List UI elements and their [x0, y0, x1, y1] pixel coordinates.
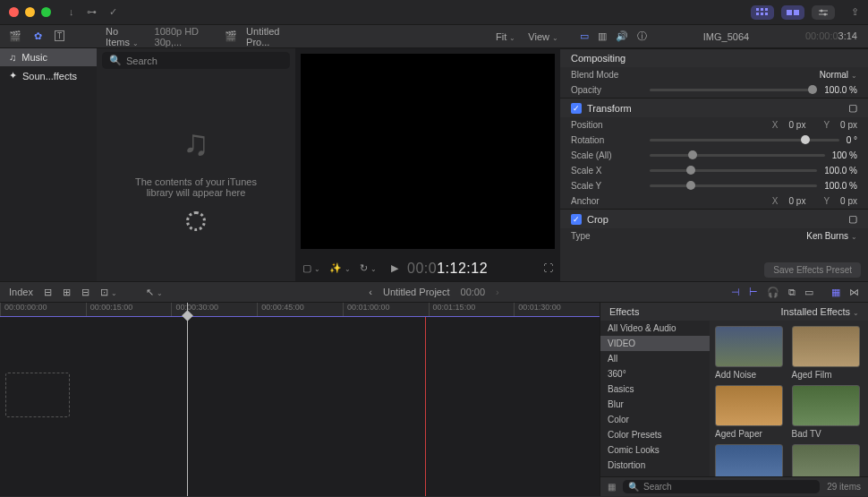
fx-cat-all[interactable]: All [600, 351, 710, 366]
skimming-icon[interactable]: ⊣ [731, 287, 740, 298]
solo-icon[interactable]: 🎧 [767, 287, 779, 298]
fullscreen-icon[interactable]: ⛶ [543, 262, 553, 273]
transform-reset-icon[interactable]: ▢ [848, 102, 857, 114]
library-media-icon[interactable]: 🎬 [9, 30, 21, 42]
insert-clip-icon[interactable]: ⊞ [63, 287, 71, 298]
scale-all-value[interactable]: 100 % [832, 150, 857, 160]
effects-browser-icon[interactable]: ▦ [831, 287, 840, 298]
music-icon: ♫ [9, 52, 16, 63]
anchor-y-value[interactable]: 0 px [840, 196, 857, 206]
effect-aged-film[interactable]: Aged Film [792, 326, 864, 380]
clapper-icon[interactable]: 🎬 [225, 30, 237, 42]
scale-y-slider[interactable] [650, 184, 817, 187]
playhead[interactable] [187, 303, 188, 496]
rotation-value[interactable]: 0 ° [847, 135, 857, 145]
enhance-tool-icon[interactable]: ✨⌄ [329, 262, 351, 274]
section-compositing[interactable]: Compositing [560, 48, 868, 67]
scale-x-value[interactable]: 100.0 % [824, 166, 857, 176]
effects-count-label: 29 items [827, 482, 861, 492]
effects-search-input[interactable]: 🔍 Search [623, 480, 820, 493]
save-effects-preset-button[interactable]: Save Effects Preset [764, 262, 861, 278]
fx-view-grid-icon[interactable]: ▦ [608, 482, 616, 492]
library-titles-icon[interactable]: 🅃 [55, 30, 64, 42]
search-input[interactable]: 🔍 Search [102, 52, 290, 69]
close-window[interactable] [9, 7, 19, 17]
position-y-value[interactable]: 0 px [840, 120, 857, 130]
crop-reset-icon[interactable]: ▢ [848, 213, 857, 225]
installed-effects-menu[interactable]: Installed Effects⌄ [781, 306, 859, 317]
section-crop[interactable]: ✓ Crop ▢ [560, 209, 868, 228]
layout-settings-button[interactable] [812, 5, 835, 20]
transform-checkbox[interactable]: ✓ [571, 103, 582, 114]
effect-aged-paper[interactable]: Aged Paper [715, 385, 787, 439]
snapping-icon[interactable]: ⧉ [788, 287, 796, 298]
project-name-label[interactable]: Untitled Pro... [246, 26, 295, 47]
play-button[interactable]: ▶ [391, 262, 398, 274]
fx-cat-color-presets[interactable]: Color Presets [600, 427, 710, 442]
fx-cat-blur[interactable]: Blur [600, 397, 710, 412]
opacity-slider[interactable] [650, 89, 817, 91]
sidebar-item-music[interactable]: ♫ Music [0, 48, 97, 66]
timeline-view-icon[interactable]: ▭ [804, 287, 813, 298]
svg-rect-4 [761, 13, 763, 15]
share-icon[interactable]: ⇪ [851, 6, 859, 18]
fx-cat-basics[interactable]: Basics [600, 381, 710, 397]
timeline-project-label: Untitled Project [383, 287, 450, 297]
inspector-panel: Compositing Blend Mode Normal⌄ Opacity 1… [560, 48, 868, 281]
minimize-window[interactable] [25, 7, 35, 17]
section-transform[interactable]: ✓ Transform ▢ [560, 98, 868, 117]
effect-bad-tv[interactable]: Bad TV [792, 385, 864, 439]
transform-tool-icon[interactable]: ▢⌄ [302, 262, 320, 274]
fx-cat-360[interactable]: 360° [600, 366, 710, 381]
anchor-x-value[interactable]: 0 px [789, 196, 806, 206]
scale-y-value[interactable]: 100.0 % [824, 181, 857, 191]
effect-add-noise[interactable]: Add Noise [715, 326, 787, 380]
svg-rect-1 [761, 8, 763, 11]
append-clip-icon[interactable]: ⊟ [81, 287, 89, 298]
scale-all-slider[interactable] [650, 154, 825, 157]
sidebar-item-sound-effects[interactable]: ✦ Soun...ffects [0, 66, 97, 85]
no-items-label[interactable]: No Items⌄ [106, 26, 146, 47]
fx-cat-all-va[interactable]: All Video & Audio [600, 321, 710, 336]
rotation-slider[interactable] [650, 139, 839, 141]
clip-placeholder[interactable] [5, 373, 70, 417]
inspector-info-icon[interactable]: ⓘ [637, 30, 647, 43]
timeline-ruler[interactable]: 00:00:00:0000:00:15:0000:00:30:0000:00:4… [0, 303, 600, 317]
keyword-icon[interactable]: ⊶ [87, 6, 97, 18]
prev-edit-icon[interactable]: ‹ [369, 287, 372, 297]
import-icon[interactable]: ↓ [69, 6, 74, 18]
blend-mode-value[interactable]: Normal⌄ [820, 70, 857, 80]
layout-dual-button[interactable] [781, 5, 804, 20]
layout-grid-button[interactable] [751, 5, 774, 20]
index-button[interactable]: Index [9, 287, 33, 297]
transitions-browser-icon[interactable]: ⋈ [849, 287, 859, 298]
viewer-canvas[interactable] [301, 54, 555, 249]
next-edit-icon[interactable]: › [496, 287, 499, 297]
fx-cat-color[interactable]: Color [600, 412, 710, 427]
view-menu[interactable]: View⌄ [528, 31, 558, 42]
opacity-value[interactable]: 100.0 % [824, 85, 857, 95]
effect-item-5[interactable] [715, 444, 787, 476]
audio-skimming-icon[interactable]: ⊢ [749, 287, 758, 298]
scale-x-slider[interactable] [650, 169, 817, 172]
connect-clip-icon[interactable]: ⊟ [44, 287, 52, 298]
fit-menu[interactable]: Fit⌄ [496, 31, 515, 42]
inspector-filmstrip-icon[interactable]: ▥ [598, 30, 607, 42]
fx-cat-comic[interactable]: Comic Looks [600, 442, 710, 458]
select-tool-icon[interactable]: ↖⌄ [146, 287, 163, 298]
overwrite-clip-icon[interactable]: ⊡⌄ [100, 287, 117, 298]
fx-cat-distortion[interactable]: Distortion [600, 458, 710, 473]
library-photos-icon[interactable]: ✿ [34, 30, 42, 42]
fx-cat-video[interactable]: VIDEO [600, 336, 710, 351]
inspector-video-icon[interactable]: ▭ [580, 30, 589, 42]
zoom-window[interactable] [41, 7, 51, 17]
retime-tool-icon[interactable]: ↻⌄ [360, 262, 377, 274]
library-sidebar: ♫ Music ✦ Soun...ffects [0, 48, 97, 281]
effect-item-6[interactable] [792, 444, 864, 476]
render-icon[interactable]: ✓ [109, 6, 117, 18]
position-x-value[interactable]: 0 px [789, 120, 806, 130]
inspector-audio-icon[interactable]: 🔊 [616, 30, 628, 42]
timeline[interactable]: 00:00:00:0000:00:15:0000:00:30:0000:00:4… [0, 303, 600, 496]
crop-checkbox[interactable]: ✓ [571, 214, 582, 225]
crop-type-value[interactable]: Ken Burns⌄ [806, 231, 857, 241]
